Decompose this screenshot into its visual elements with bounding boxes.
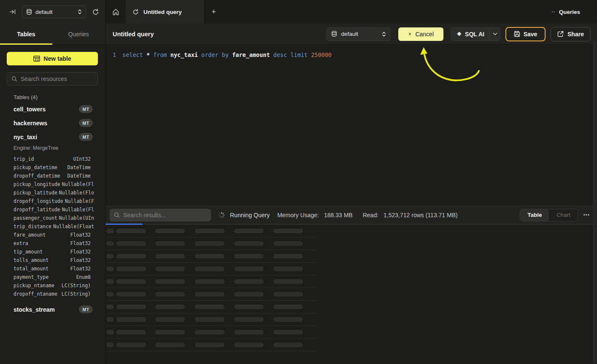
skeleton-cell (195, 254, 224, 259)
skeleton-cell (155, 305, 185, 309)
sidebar-collapse-icon[interactable] (9, 8, 16, 15)
search-resources-input[interactable] (21, 75, 97, 82)
skeleton-cell (195, 229, 224, 233)
sync-icon (132, 9, 139, 15)
share-button[interactable]: Share (551, 27, 591, 41)
updown-chevrons-icon (382, 31, 386, 37)
skeleton-cell (155, 229, 185, 233)
chevron-down-icon (493, 32, 497, 35)
skeleton-cell (273, 342, 303, 347)
column-row: dropoff_latitudeNullable(Fl (14, 205, 91, 214)
engine-label: Engine: MergeTree (0, 145, 98, 151)
home-tab[interactable] (105, 0, 126, 24)
annotation-arrow (400, 44, 484, 84)
skeleton-cell (273, 229, 303, 233)
sidebar-tab-queries[interactable]: Queries (52, 24, 105, 44)
engine-badge: MT (79, 119, 93, 127)
skeleton-row (105, 263, 316, 275)
tab-untitled-query[interactable]: Untitled query (126, 0, 204, 24)
skeleton-cell (116, 317, 146, 322)
skeleton-cell (195, 267, 224, 271)
refresh-icon[interactable] (92, 8, 99, 16)
topbar-database-selector[interactable]: default (22, 5, 86, 18)
database-icon (331, 31, 337, 37)
skeleton-cell (116, 241, 146, 246)
skeleton-row (105, 313, 316, 326)
vertical-scrollbar[interactable] (593, 41, 597, 364)
skeleton-cell (116, 229, 146, 233)
new-table-button[interactable]: New table (7, 52, 98, 65)
dots-icon: ·· (551, 11, 555, 13)
topbar-database-value: default (35, 9, 74, 15)
sidebar-table-nyc_taxi[interactable]: nyc_taxiMT (0, 130, 98, 144)
skeleton-cell (116, 342, 146, 347)
sql-ai-label: SQL AI (465, 31, 484, 38)
tables-section-label: Tables (4) (14, 94, 98, 100)
column-row: pickup_ntanameLC(String) (14, 281, 91, 290)
tables-list: cell_towersMThackernewsMTnyc_taxiMTEngin… (0, 102, 105, 316)
sql-editor[interactable]: 1 select * from nyc_taxi order by fare_a… (105, 45, 597, 206)
sidebar-table-cell_towers[interactable]: cell_towersMT (0, 102, 98, 116)
skeleton-row (105, 225, 316, 237)
queries-link[interactable]: ·· Queries (551, 0, 597, 24)
column-row: tolls_amountFloat32 (14, 256, 91, 264)
sql-ai-dropdown[interactable] (489, 28, 500, 40)
search-results-input[interactable] (123, 212, 207, 218)
columns-list: trip_idUInt32pickup_datetimeDateTimedrop… (14, 155, 91, 298)
database-icon (26, 9, 32, 15)
query-header: Untitled query default × Cancel ❖ SQL AI (105, 24, 597, 45)
header-database-selector[interactable]: default (327, 27, 391, 41)
save-icon (514, 31, 520, 37)
skeleton-cell (155, 267, 185, 271)
table-name: stocks_stream (14, 306, 55, 313)
more-options-button[interactable]: ••• (583, 212, 590, 218)
column-row: pickup_datetimeDateTime (14, 163, 91, 172)
memory-usage-value: 188.33 MB (324, 212, 353, 218)
tab-bar: Untitled query + ·· Queries (105, 0, 597, 24)
search-icon (11, 76, 17, 82)
skeleton-cell (234, 292, 264, 297)
toggle-chart[interactable]: Chart (549, 209, 578, 221)
sidebar-search (7, 72, 98, 86)
read-value: 1,523,712 rows (113.71 MB) (384, 212, 458, 218)
sidebar-tab-tables[interactable]: Tables (0, 24, 52, 44)
column-row: dropoff_ntanameLC(String) (14, 290, 91, 298)
new-tab-button[interactable]: + (204, 0, 224, 24)
skeleton-row (105, 275, 316, 288)
results-toolbar: Running Query Memory Usage: 188.33 MB Re… (105, 206, 597, 224)
engine-badge: MT (79, 133, 93, 141)
skeleton-cell (116, 254, 146, 259)
tab-label: Untitled query (143, 9, 182, 15)
skeleton-cell (106, 267, 114, 271)
engine-badge: MT (79, 305, 93, 313)
skeleton-cell (106, 305, 114, 309)
skeleton-cell (234, 241, 264, 246)
skeleton-cell (106, 229, 114, 233)
skeleton-row (105, 339, 316, 351)
skeleton-cell (155, 292, 185, 297)
column-row: payment_typeEnum8 (14, 273, 91, 281)
skeleton-row (105, 288, 316, 301)
skeleton-cell (195, 317, 224, 322)
sidebar: Tables Queries New table Tables (4) cell… (0, 24, 105, 364)
cancel-button[interactable]: × Cancel (398, 27, 443, 41)
sidebar-table-stocks_stream[interactable]: stocks_streamMT (0, 302, 98, 316)
skeleton-cell (106, 279, 114, 284)
skeleton-row (105, 250, 316, 263)
sidebar-table-hackernews[interactable]: hackernewsMT (0, 116, 98, 130)
skeleton-cell (106, 330, 114, 334)
skeleton-cell (195, 279, 224, 284)
updown-chevrons-icon (78, 9, 82, 15)
save-button[interactable]: Save (505, 27, 546, 41)
sql-ai-main[interactable]: ❖ SQL AI (451, 28, 489, 40)
table-grid-icon (33, 56, 40, 62)
query-progress-fill (105, 224, 143, 225)
column-row: dropoff_datetimeDateTime (14, 172, 91, 180)
close-icon: × (408, 31, 412, 37)
column-row: tip_amountFloat32 (14, 248, 91, 256)
skeleton-cell (116, 267, 146, 271)
toggle-table[interactable]: Table (520, 209, 549, 221)
skeleton-cell (273, 330, 303, 334)
page-title: Untitled query (113, 31, 154, 38)
code-line: 1 select * from nyc_taxi order by fare_a… (113, 51, 597, 59)
